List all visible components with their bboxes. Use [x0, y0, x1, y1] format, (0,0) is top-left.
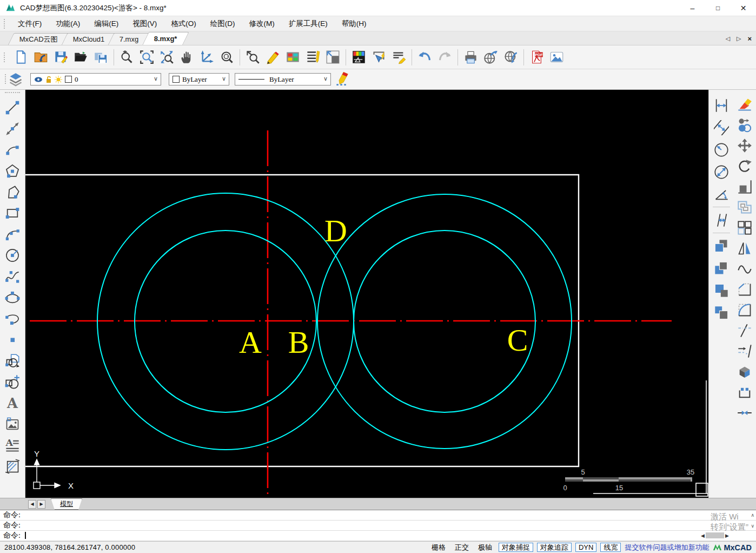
command-scroll-left-icon[interactable]: ◀	[701, 533, 705, 538]
draw-color-button[interactable]	[263, 47, 283, 68]
status-toggle-3[interactable]: 对象捕捉	[499, 543, 533, 552]
status-toggle-1[interactable]: 正交	[452, 543, 472, 552]
open-web-button[interactable]	[501, 47, 521, 68]
draw-point-button[interactable]	[2, 329, 23, 350]
chamfer-button[interactable]	[734, 279, 755, 300]
draw-mtext-button[interactable]: A	[2, 435, 23, 456]
status-toggle-5[interactable]: DYN	[575, 543, 596, 552]
zoom-extents-button[interactable]	[117, 47, 137, 68]
command-line-2[interactable]: 命令:	[0, 531, 756, 541]
menu-item-5[interactable]: 绘图(D)	[203, 19, 242, 29]
color-palette-button[interactable]	[283, 47, 303, 68]
sheet-next-button[interactable]: ▶	[37, 500, 45, 509]
menu-item-7[interactable]: 扩展工具(E)	[282, 19, 335, 29]
layer-stack-button[interactable]	[6, 71, 25, 88]
doc-tab-3[interactable]: 8.mxg*	[142, 32, 189, 45]
save-button[interactable]	[51, 47, 71, 68]
export-pdf-button[interactable]: PDF	[527, 47, 547, 68]
dim-radius-button[interactable]	[711, 139, 732, 161]
array-button[interactable]	[734, 218, 755, 238]
command-scroll-right-icon[interactable]: ▶	[725, 533, 729, 538]
zoom-center-button[interactable]	[217, 47, 237, 68]
ucs-axes-button[interactable]	[197, 47, 217, 68]
print-button[interactable]	[461, 47, 481, 68]
new-file-button[interactable]	[11, 47, 31, 68]
dim-angular-button[interactable]	[711, 183, 732, 205]
zoom-window-button[interactable]	[137, 47, 157, 68]
break-button[interactable]	[734, 382, 755, 403]
view-scale-button[interactable]	[323, 47, 343, 68]
feedback-link[interactable]: 提交软件问题或增加新功能	[625, 543, 709, 552]
command-scrollbar-thumb[interactable]	[706, 532, 724, 538]
status-toggle-0[interactable]: 栅格	[429, 543, 448, 552]
draw-arc-button[interactable]	[2, 139, 23, 160]
status-toggle-4[interactable]: 对象追踪	[537, 543, 572, 552]
dim-aligned-button[interactable]	[711, 116, 732, 139]
layer-select[interactable]: 0 ∨	[30, 73, 161, 85]
view-previous-button[interactable]	[243, 47, 263, 68]
redo-button[interactable]	[435, 47, 455, 68]
attach-image-button[interactable]	[2, 413, 23, 435]
status-toggle-2[interactable]: 极轴	[475, 543, 495, 552]
draw-circle-button[interactable]	[2, 245, 23, 266]
draw-ellipse-button[interactable]	[2, 287, 23, 308]
rotate-button[interactable]	[734, 156, 755, 176]
color-select[interactable]: ByLayer ∨	[169, 73, 229, 85]
menu-item-0[interactable]: 文件(F)	[11, 19, 49, 29]
command-scroll-down-icon[interactable]: ∨	[751, 523, 754, 529]
draw-construction-line-button[interactable]	[2, 118, 23, 139]
erase-button[interactable]	[734, 94, 755, 115]
doc-tab-0[interactable]: MxCAD云图	[8, 33, 70, 45]
match-properties-button[interactable]	[389, 47, 409, 68]
draw-polyline-button[interactable]	[2, 181, 23, 202]
layer-manager-button[interactable]	[349, 47, 369, 68]
trim-button[interactable]	[734, 320, 755, 341]
dim-diameter-button[interactable]	[711, 161, 732, 183]
draworder-above-button[interactable]	[711, 279, 732, 301]
undo-button[interactable]	[415, 47, 435, 68]
zoom-all-button[interactable]	[157, 47, 177, 68]
scale-button[interactable]	[734, 176, 755, 197]
linetype-manager-button[interactable]	[303, 47, 323, 68]
draw-polygon-button[interactable]	[2, 160, 23, 181]
doc-tab-1[interactable]: MxCloud1	[61, 33, 116, 45]
menu-item-8[interactable]: 帮助(H)	[335, 19, 374, 29]
toolbar-grip[interactable]	[4, 19, 7, 29]
move-button[interactable]	[734, 135, 755, 156]
fillet-button[interactable]	[734, 300, 755, 320]
open-file-button[interactable]	[71, 47, 91, 68]
toolbar-grip[interactable]	[5, 92, 20, 95]
status-toggle-6[interactable]: 线宽	[600, 543, 621, 552]
tab-close-button[interactable]: ×	[747, 35, 752, 43]
publish-web-button[interactable]	[481, 47, 501, 68]
open-project-button[interactable]	[31, 47, 51, 68]
explode-button[interactable]	[734, 361, 755, 382]
draw-line-button[interactable]	[2, 97, 23, 118]
draworder-back-button[interactable]	[711, 257, 732, 279]
close-button[interactable]: ✕	[731, 0, 756, 16]
maximize-button[interactable]: □	[705, 0, 731, 16]
save-as-button[interactable]	[91, 47, 111, 68]
insert-block-button[interactable]	[2, 350, 23, 371]
menu-item-2[interactable]: 编辑(E)	[87, 19, 125, 29]
edit-spline-button[interactable]	[734, 259, 755, 279]
menu-item-3[interactable]: 视图(V)	[125, 19, 164, 29]
tab-prev-button[interactable]: ◁	[725, 35, 730, 42]
draw-spline-button[interactable]	[2, 266, 23, 287]
tab-next-button[interactable]: ▷	[737, 35, 741, 42]
model-sheet-tab[interactable]: 模型	[51, 498, 82, 510]
toolbar-grip[interactable]	[4, 52, 7, 62]
mirror-button[interactable]	[734, 238, 755, 259]
join-button[interactable]	[734, 403, 755, 423]
draworder-front-button[interactable]	[711, 235, 732, 257]
draw-rectangle-button[interactable]	[2, 202, 23, 223]
quick-select-button[interactable]	[369, 47, 389, 68]
offset-button[interactable]	[734, 197, 755, 218]
command-scroll-up-icon[interactable]: ∧	[751, 512, 754, 518]
draw-order-pencil-button[interactable]	[335, 71, 353, 88]
sheet-prev-button[interactable]: ◀	[28, 500, 36, 509]
pan-button[interactable]	[177, 47, 197, 68]
copy-button[interactable]	[734, 115, 755, 135]
draw-ellipse-arc-button[interactable]	[2, 308, 23, 329]
create-block-button[interactable]	[2, 371, 23, 392]
